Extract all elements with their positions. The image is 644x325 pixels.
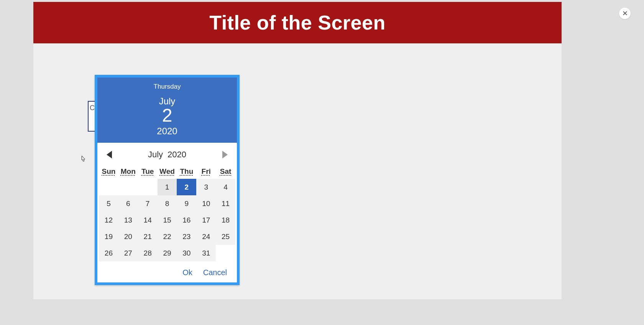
datepicker-header-year: 2020: [97, 126, 237, 137]
cancel-button[interactable]: Cancel: [203, 268, 227, 277]
weekday-wed: Wed: [158, 163, 177, 179]
datepicker-days: 1234567891011121314151617181920212223242…: [99, 179, 235, 261]
day-26[interactable]: 26: [99, 245, 118, 261]
day-11[interactable]: 11: [216, 195, 235, 212]
day-blank: [99, 179, 118, 195]
day-18[interactable]: 18: [216, 212, 235, 228]
weekday-mon: Mon: [118, 163, 138, 179]
day-1[interactable]: 1: [158, 179, 177, 195]
day-21[interactable]: 21: [138, 228, 158, 245]
day-3[interactable]: 3: [196, 179, 216, 195]
day-7[interactable]: 7: [138, 195, 158, 212]
datepicker-week-row: 567891011: [99, 195, 235, 212]
datepicker-grid: SunMonTueWedThuFriSat 123456789101112131…: [97, 163, 237, 263]
weekday-fri: Fri: [196, 163, 216, 179]
datepicker-actions: Ok Cancel: [97, 263, 237, 282]
day-25[interactable]: 25: [216, 228, 235, 245]
ok-button[interactable]: Ok: [182, 268, 192, 277]
page-title: Title of the Screen: [209, 11, 385, 34]
datepicker-weekday-row: SunMonTueWedThuFriSat: [99, 163, 235, 179]
header-bar: Title of the Screen: [33, 2, 562, 43]
day-blank: [216, 245, 235, 261]
day-8[interactable]: 8: [158, 195, 177, 212]
datepicker-header: Thursday July 2 2020: [97, 78, 237, 143]
day-10[interactable]: 10: [196, 195, 216, 212]
weekday-sun: Sun: [99, 163, 118, 179]
nav-year: 2020: [168, 150, 186, 159]
day-24[interactable]: 24: [196, 228, 216, 245]
day-13[interactable]: 13: [118, 212, 138, 228]
datepicker-header-day: 2: [97, 106, 237, 125]
next-month-button[interactable]: [222, 151, 228, 158]
close-button[interactable]: ✕: [619, 8, 631, 19]
day-6[interactable]: 6: [118, 195, 138, 212]
day-blank: [138, 179, 158, 195]
weekday-tue: Tue: [138, 163, 158, 179]
day-27[interactable]: 27: [118, 245, 138, 261]
prev-month-button[interactable]: [107, 151, 112, 158]
close-icon: ✕: [622, 9, 628, 18]
day-16[interactable]: 16: [177, 212, 196, 228]
datepicker-nav-label[interactable]: July2020: [148, 150, 186, 160]
day-15[interactable]: 15: [158, 212, 177, 228]
day-29[interactable]: 29: [158, 245, 177, 261]
nav-month: July: [148, 150, 163, 159]
day-28[interactable]: 28: [138, 245, 158, 261]
day-blank: [118, 179, 138, 195]
day-17[interactable]: 17: [196, 212, 216, 228]
day-22[interactable]: 22: [158, 228, 177, 245]
day-19[interactable]: 19: [99, 228, 118, 245]
datepicker-nav: July2020: [97, 143, 237, 163]
day-14[interactable]: 14: [138, 212, 158, 228]
day-23[interactable]: 23: [177, 228, 196, 245]
modal-canvas: Title of the Screen Ca Thursday July 2 2…: [33, 2, 562, 299]
datepicker-week-row: 1234: [99, 179, 235, 195]
datepicker-week-row: 19202122232425: [99, 228, 235, 245]
day-4[interactable]: 4: [216, 179, 235, 195]
day-12[interactable]: 12: [99, 212, 118, 228]
datepicker-week-row: 262728293031: [99, 245, 235, 261]
day-9[interactable]: 9: [177, 195, 196, 212]
weekday-thu: Thu: [177, 163, 196, 179]
datepicker-header-dow: Thursday: [97, 83, 237, 91]
weekday-sat: Sat: [216, 163, 235, 179]
day-31[interactable]: 31: [196, 245, 216, 261]
datepicker-popup: Thursday July 2 2020 July2020 SunMonTueW…: [95, 75, 240, 285]
day-5[interactable]: 5: [99, 195, 118, 212]
day-20[interactable]: 20: [118, 228, 138, 245]
day-30[interactable]: 30: [177, 245, 196, 261]
day-2[interactable]: 2: [177, 179, 196, 195]
datepicker-week-row: 12131415161718: [99, 212, 235, 228]
